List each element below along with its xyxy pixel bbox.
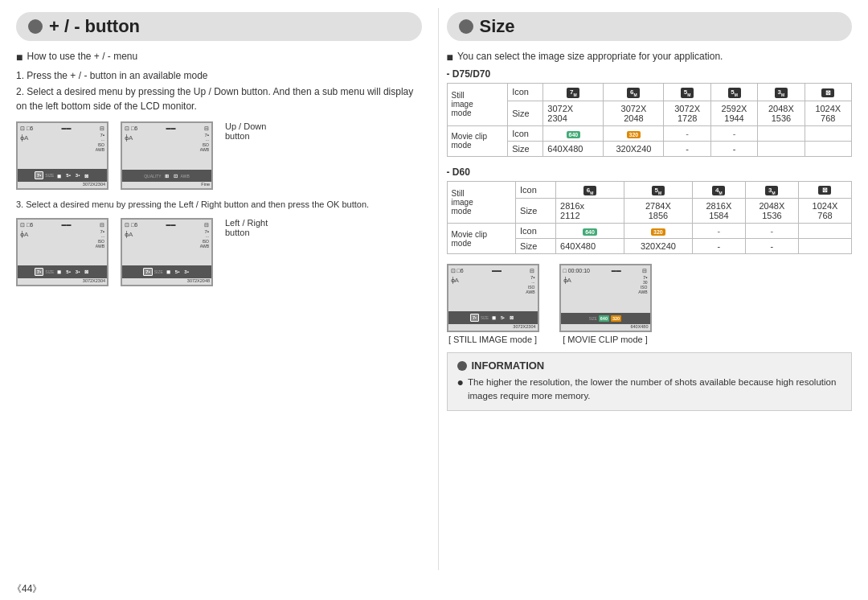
movie-clip-block: □ 00:00:10 ▬▬ ⊟ 7▪ 30 ISO AWB ϕA SIZE xyxy=(559,264,652,344)
icon-6m-d75: 6M xyxy=(627,88,640,98)
icon-last-d75: ⊠ xyxy=(821,88,834,97)
movie-clip-caption: [ MOVIE CLIP mode ] xyxy=(559,335,652,344)
icon-320-d60: 320 xyxy=(651,228,665,236)
right-intro: ■ You can select the image size appropri… xyxy=(447,51,853,64)
camera-screen-1: ⊡ □6 ▬▬ ⊟ ϕA 7▪ ··· ISO AWB 7▪ xyxy=(16,121,108,190)
step1: 1. Press the + / - button in an availabl… xyxy=(16,68,422,83)
still-image-block: ⊡ □6 ▬▬ ⊟ 7▪ ··· ISO AWB ϕA 7▪ xyxy=(447,264,539,344)
page-number: 《44》 xyxy=(0,578,868,600)
information-box: INFORMATION ● The higher the resolution,… xyxy=(447,352,853,411)
icon-6m-d60: 6M xyxy=(583,186,596,196)
right-intro-text: You can select the image size appropriat… xyxy=(457,51,723,62)
camera-pair-updown: ⊡ □6 ▬▬ ⊟ ϕA 7▪ ··· ISO AWB 7▪ xyxy=(16,121,422,190)
camera-screen-movie: □ 00:00:10 ▬▬ ⊟ 7▪ 30 ISO AWB ϕA SIZE xyxy=(559,264,652,332)
icon-4m-d60: 4M xyxy=(712,186,725,196)
updown-label: Up / Down button xyxy=(225,121,266,141)
icon-last-d60: ⊠ xyxy=(818,186,831,195)
icon-640-d60: 640 xyxy=(583,228,597,236)
icon-3m-d60: 3M xyxy=(765,186,778,196)
leftright-label: Left / Right button xyxy=(225,218,268,237)
right-section-title: Size xyxy=(480,16,515,37)
bullet-icon: ■ xyxy=(16,51,23,64)
camera-screen-3: ⊡ □6 ▬▬ ⊟ ϕA 7▪ ··· ISO AWB 7▪ xyxy=(16,218,108,286)
info-bullet-icon: ● xyxy=(457,376,464,389)
step3: 3. Select a desired menu by pressing the… xyxy=(16,198,422,212)
camera-screen-still: ⊡ □6 ▬▬ ⊟ 7▪ ··· ISO AWB ϕA 7▪ xyxy=(447,264,539,332)
intro-text: How to use the + / - menu xyxy=(27,51,137,62)
camera-screen-4: ⊡ □6 ▬▬ ⊟ ϕA 7▪ ··· ISO AWB 7▪ xyxy=(121,218,213,286)
info-header: INFORMATION xyxy=(457,360,842,372)
icon-320-d75: 320 xyxy=(627,131,641,138)
icon-3m-d75: 3M xyxy=(775,88,788,98)
camera-screen-2: ⊡ □6 ▬▬ ⊟ ϕA 7▪ ··· ISO AWB QUALITY xyxy=(121,121,213,190)
icon-5m-d75: 5M xyxy=(681,88,694,98)
header-dot xyxy=(28,19,43,34)
left-section-title: + / - button xyxy=(49,16,140,37)
still-image-caption: [ STILL IMAGE mode ] xyxy=(447,335,539,344)
d60-table: Stillimagemode Icon 6M 5M 4M 3M ⊠ Size 2… xyxy=(447,181,853,255)
step2: 2. Select a desired menu by pressing the… xyxy=(16,84,422,113)
icon-5m-d60: 5M xyxy=(652,186,665,196)
info-text: ● The higher the resolution, the lower t… xyxy=(457,376,842,404)
info-content: The higher the resolution, the lower the… xyxy=(468,376,841,404)
right-header-dot xyxy=(459,19,473,34)
icon-640-d75: 640 xyxy=(567,131,581,138)
left-section-header: + / - button xyxy=(16,12,422,41)
instructions-block: 1. Press the + / - button in an availabl… xyxy=(16,68,422,113)
d60-label: - D60 xyxy=(447,166,853,178)
left-panel: + / - button ■ How to use the + / - menu… xyxy=(8,8,430,570)
bullet-intro: ■ How to use the + / - menu xyxy=(16,51,422,64)
d75-label: - D75/D70 xyxy=(447,68,853,80)
icon-7m-d75: 7M xyxy=(567,88,579,98)
icon-5m2-d75: 5M xyxy=(728,88,741,98)
d75-table: Stillimagemode Icon 7M 6M 5M 5M 3M ⊠ Siz… xyxy=(447,83,853,157)
right-panel: Size ■ You can select the image size app… xyxy=(438,8,861,570)
camera-pair-size: ⊡ □6 ▬▬ ⊟ 7▪ ··· ISO AWB ϕA 7▪ xyxy=(447,264,853,344)
right-section-header: Size xyxy=(447,12,853,41)
camera-pair-leftright: ⊡ □6 ▬▬ ⊟ ϕA 7▪ ··· ISO AWB 7▪ xyxy=(16,218,422,286)
